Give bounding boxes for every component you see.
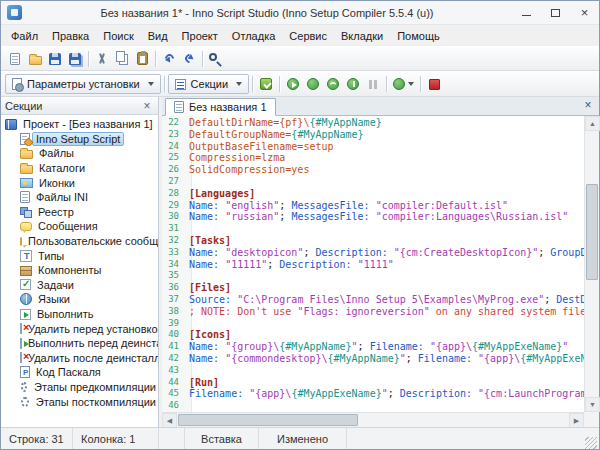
menu-item-2[interactable]: Правка [45,27,96,45]
code-line[interactable]: 40[Icons] [162,329,584,341]
menu-item-6[interactable]: Отладка [225,27,282,45]
app-icon[interactable] [7,5,22,20]
tree-item[interactable]: Выполнить перед деинсталляцией [1,336,158,351]
code-line[interactable]: 46 [162,400,584,412]
code-line[interactable]: 22DefaultDirName={pf}\{#MyAppName} [162,117,584,129]
maximize-button[interactable] [541,1,570,24]
tree-item[interactable]: Inno Setup Script [1,132,158,147]
code-text [185,318,584,330]
tab-document[interactable]: Без названия 1 [165,98,276,116]
save-button[interactable] [45,49,65,69]
code-text: [Languages] [185,188,584,200]
code-line[interactable]: 27 [162,176,584,188]
open-button[interactable] [25,49,45,69]
stop-button[interactable] [424,74,444,94]
tree-item[interactable]: Этапы предкомпиляции [1,380,158,395]
vertical-scroll-track[interactable] [585,131,599,397]
tree-root-item[interactable]: Проект - [Без названия 1] [1,117,158,132]
tree-item[interactable]: Код Паскаля [1,365,158,380]
scroll-right-arrow[interactable]: ▶ [569,413,584,428]
code-line[interactable]: 32[Tasks] [162,235,584,247]
step-into-button[interactable] [343,74,363,94]
tree-item[interactable]: Типы [1,248,158,263]
title-bar[interactable]: Без названия 1* - Inno Script Studio (In… [1,1,599,25]
compile-button[interactable] [256,74,276,94]
cut-button[interactable] [92,49,112,69]
minimize-button[interactable] [512,1,541,24]
sections-button[interactable]: Секции [168,74,249,94]
code-line[interactable]: 34Name: "11111"; Description: "1111" [162,259,584,271]
tree-item[interactable]: Файлы [1,146,158,161]
tree-item[interactable]: Языки [1,292,158,307]
run-button[interactable] [283,74,303,94]
menu-item-9[interactable]: Помощь [390,27,447,45]
code-line[interactable]: 44[Run] [162,377,584,389]
lang-icon [20,293,32,305]
menu-item-5[interactable]: Проект [175,27,225,45]
code-line[interactable]: 26SolidCompression=yes [162,164,584,176]
menu-item-7[interactable]: Сервис [282,27,334,45]
code-line[interactable]: 30Name: "russian"; MessagesFile: "compil… [162,211,584,223]
tab-close-icon[interactable]: × [581,99,595,113]
scroll-down-arrow[interactable]: ▼ [585,397,600,412]
code-line[interactable]: 43 [162,365,584,377]
code-area[interactable]: 22DefaultDirName={pf}\{#MyAppName}23Defa… [162,116,584,412]
save-all-button[interactable] [65,49,85,69]
code-line[interactable]: 33Name: "desktopicon"; Description: "{cm… [162,247,584,259]
del-icon [20,323,22,334]
step-over-button[interactable] [323,74,343,94]
menu-item-1[interactable]: Файл [4,27,45,45]
code-line[interactable]: 42Name: "{commondesktop}\{#MyAppName}"; … [162,353,584,365]
tree-item-label: Этапы предкомпиляции [32,381,158,393]
run-without-debugging-button[interactable] [303,74,323,94]
tree-item[interactable]: Реестр [1,205,158,220]
code-line[interactable]: 31 [162,223,584,235]
code-line[interactable]: 25Compression=lzma [162,152,584,164]
code-line[interactable]: 35 [162,270,584,282]
redo-button[interactable] [179,49,199,69]
find-button[interactable] [206,49,226,69]
tree-item[interactable]: Удалить перед установкой [1,321,158,336]
code-line[interactable]: 29Name: "english"; MessagesFile: "compil… [162,200,584,212]
tree-item[interactable]: Каталоги [1,161,158,176]
tree-item[interactable]: Компоненты [1,263,158,278]
code-line[interactable]: 24OutputBaseFilename=setup [162,141,584,153]
setup-parameters-button[interactable]: Параметры установки [5,74,161,94]
code-line[interactable]: 39 [162,318,584,330]
app-window: Без названия 1* - Inno Script Studio (In… [0,0,600,450]
dropdown-caret-icon [408,82,414,86]
code-line[interactable]: 37Source: "C:\Program Files\Inno Setup 5… [162,294,584,306]
code-line[interactable]: 45Filename: "{app}\{#MyAppExeName}"; Des… [162,388,584,400]
code-line[interactable]: 38; NOTE: Don't use "Flags: ignoreversio… [162,306,584,318]
code-line[interactable]: 28[Languages] [162,188,584,200]
code-line[interactable]: 41Name: "{group}\{#MyAppName}"; Filename… [162,341,584,353]
menu-item-4[interactable]: Вид [141,27,175,45]
resize-grip[interactable] [585,437,597,449]
main-area: Секции × Проект - [Без названия 1]Inno S… [1,97,599,427]
code-line[interactable]: 36[Files] [162,282,584,294]
scroll-left-arrow[interactable]: ◀ [162,413,177,428]
horizontal-scroll-track[interactable] [177,413,569,427]
new-script-button[interactable] [5,49,25,69]
tree-item[interactable]: Этапы посткомпиляции [1,394,158,409]
debug-target-button[interactable] [390,74,417,94]
menu-item-3[interactable]: Поиск [96,27,140,45]
tree-item[interactable]: Сообщения [1,219,158,234]
tree-item[interactable]: Пользовательские сообщения [1,234,158,249]
paste-button[interactable] [132,49,152,69]
undo-button[interactable] [159,49,179,69]
close-button[interactable]: × [570,1,599,24]
code-line[interactable]: 23DefaultGroupName={#MyAppName} [162,129,584,141]
scroll-up-arrow[interactable]: ▲ [585,116,600,131]
tree-item[interactable]: Удалить после деинсталляции [1,351,158,366]
code-text [185,365,584,377]
copy-button[interactable] [112,49,132,69]
vertical-scroll-thumb[interactable] [586,184,598,280]
sections-panel-close-icon[interactable]: × [140,100,154,112]
horizontal-scroll-thumb[interactable] [178,414,358,426]
tree-item[interactable]: Выполнить [1,307,158,322]
tree-item[interactable]: Файлы INI [1,190,158,205]
menu-item-8[interactable]: Вкладки [334,27,390,45]
tree-item[interactable]: Иконки [1,175,158,190]
tree-item[interactable]: Задачи [1,278,158,293]
